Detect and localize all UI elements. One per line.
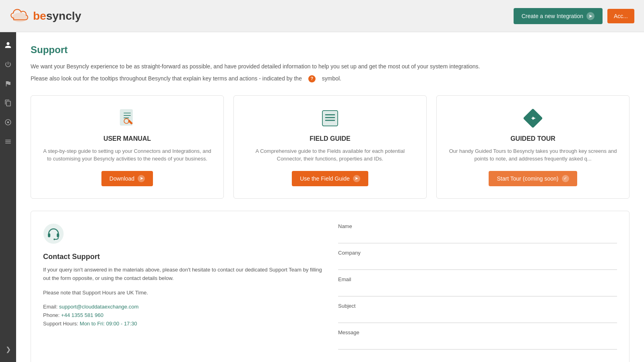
email-field-group: Email xyxy=(338,276,617,296)
cards-row: USER MANUAL A step-by-step guide to sett… xyxy=(31,95,630,199)
svg-point-16 xyxy=(54,239,55,240)
description-2: Please also look out for the tooltips th… xyxy=(31,74,630,83)
subject-field-group: Subject xyxy=(338,303,617,323)
download-arrow-icon: ➤ xyxy=(138,175,145,182)
flag-icon xyxy=(4,80,12,87)
start-tour-label: Start Tour (coming soon) xyxy=(497,175,558,182)
contact-hours: Support Hours: Mon to Fri: 09:00 - 17:30 xyxy=(43,321,322,327)
contact-title: Contact Support xyxy=(43,253,322,261)
start-tour-button[interactable]: Start Tour (coming soon) ✓ xyxy=(489,171,577,186)
name-field-group: Name xyxy=(338,223,617,243)
download-label: Download xyxy=(109,175,134,182)
copy-icon xyxy=(4,99,12,107)
company-field-group: Company xyxy=(338,250,617,270)
page-title: Support xyxy=(31,44,630,56)
field-guide-icon xyxy=(244,108,417,129)
name-label: Name xyxy=(338,223,617,229)
svg-point-13 xyxy=(44,224,63,243)
user-manual-icon xyxy=(41,108,214,129)
sidebar: ❯ xyxy=(0,32,16,362)
header-right: Create a new Integration ➤ Acc... xyxy=(514,8,634,24)
list-icon xyxy=(4,138,12,145)
subject-label: Subject xyxy=(338,303,617,309)
user-manual-card: USER MANUAL A step-by-step guide to sett… xyxy=(31,95,224,199)
subject-input[interactable] xyxy=(338,311,617,323)
guided-tour-icon xyxy=(446,108,619,129)
top-header: besyncly Create a new Integration ➤ Acc.… xyxy=(0,0,644,32)
contact-description: If your query isn't answered in the mate… xyxy=(43,266,322,283)
contact-note: Please note that Support Hours are UK Ti… xyxy=(43,289,322,297)
field-guide-button[interactable]: Use the Field Guide ➤ xyxy=(292,171,368,186)
field-guide-title: FIELD GUIDE xyxy=(244,135,417,142)
user-manual-title: USER MANUAL xyxy=(41,135,214,142)
tooltip-symbol: ? xyxy=(308,75,316,82)
content-area: Support We want your Besyncly experience… xyxy=(16,32,644,362)
message-label: Message xyxy=(338,329,617,335)
sidebar-item-power[interactable] xyxy=(2,58,14,71)
contact-info: Contact Support If your query isn't answ… xyxy=(43,223,322,356)
sidebar-item-flag[interactable] xyxy=(2,77,14,90)
field-guide-card: FIELD GUIDE A Comprehensive guide to the… xyxy=(233,95,427,199)
svg-rect-14 xyxy=(48,233,50,237)
user-manual-desc: A step-by-step guide to setting up your … xyxy=(41,147,214,163)
contact-email: Email: support@clouddataexchange.com xyxy=(43,304,322,310)
svg-rect-4 xyxy=(322,111,338,126)
sidebar-item-expand[interactable]: ❯ xyxy=(2,343,14,356)
field-guide-desc: A Comprehensive guide to the Fields avai… xyxy=(244,147,417,163)
sidebar-item-settings[interactable] xyxy=(2,116,14,129)
settings-icon xyxy=(4,119,12,126)
contact-form: Name Company Email Subject Message xyxy=(338,223,617,356)
guided-tour-card: GUIDED TOUR Our handy Guided Tours to Be… xyxy=(436,95,630,199)
account-button[interactable]: Acc... xyxy=(607,9,634,23)
logo-text: besyncly xyxy=(33,10,81,23)
power-icon xyxy=(4,61,12,68)
contact-email-link[interactable]: support@clouddataexchange.com xyxy=(59,304,139,310)
company-input[interactable] xyxy=(338,258,617,270)
sidebar-item-list[interactable] xyxy=(2,135,14,148)
guided-tour-desc: Our handy Guided Tours to Besyncly takes… xyxy=(446,147,619,163)
contact-phone: Phone: +44 1355 581 960 xyxy=(43,312,322,318)
download-button[interactable]: Download ➤ xyxy=(101,171,153,186)
logo-area: besyncly xyxy=(10,8,81,24)
message-input[interactable] xyxy=(338,338,617,350)
field-guide-label: Use the Field Guide xyxy=(300,175,350,182)
contact-section: Contact Support If your query isn't answ… xyxy=(31,211,630,362)
svg-point-1 xyxy=(7,121,9,123)
sidebar-item-copy[interactable] xyxy=(2,97,14,109)
create-integration-button[interactable]: Create a new Integration ➤ xyxy=(514,8,603,24)
arrow-right-icon: ➤ xyxy=(586,12,594,20)
start-tour-arrow-icon: ✓ xyxy=(562,175,569,182)
svg-point-0 xyxy=(12,12,27,22)
company-label: Company xyxy=(338,250,617,256)
logo-cloud-icon xyxy=(10,8,30,24)
email-label: Email xyxy=(338,276,617,282)
name-input[interactable] xyxy=(338,232,617,243)
description-1: We want your Besyncly experience to be a… xyxy=(31,62,630,71)
main-layout: ❯ Support We want your Besyncly experien… xyxy=(0,32,644,362)
field-guide-arrow-icon: ➤ xyxy=(353,175,360,182)
headset-icon xyxy=(43,223,322,248)
create-integration-label: Create a new Integration xyxy=(522,13,583,19)
message-field-group: Message xyxy=(338,329,617,350)
guided-tour-title: GUIDED TOUR xyxy=(446,135,619,142)
svg-rect-15 xyxy=(57,233,59,237)
sidebar-item-user[interactable] xyxy=(2,39,14,51)
email-input[interactable] xyxy=(338,285,617,296)
user-icon xyxy=(4,41,12,49)
